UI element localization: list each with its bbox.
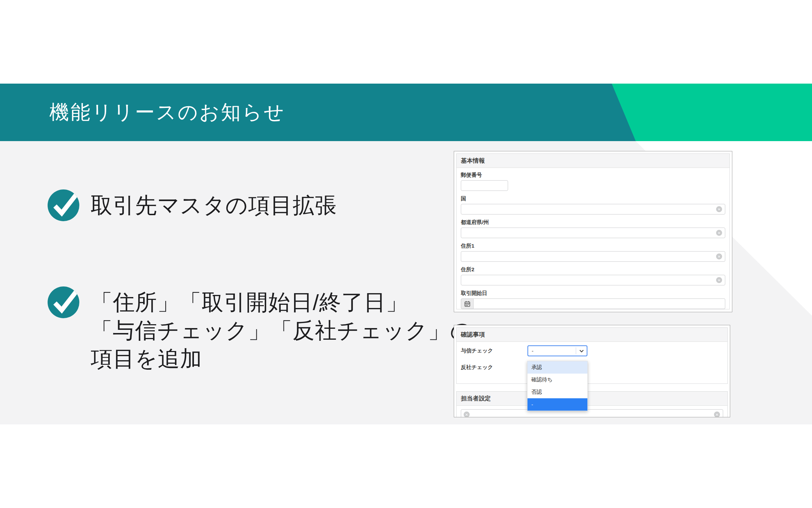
field-label: 住所1 xyxy=(461,242,725,249)
country-input[interactable]: ✕ xyxy=(461,204,725,214)
screenshot-basic-info: 基本情報 郵便番号 国 ✕ 都道府県/州 ✕ xyxy=(454,151,732,312)
screenshot-confirmation: 確認事項 与信チェック - 反社チェック xyxy=(454,325,730,417)
dropdown-option-pending[interactable]: 確認待ち xyxy=(527,374,587,386)
dropdown-option-none[interactable]: - xyxy=(527,398,587,411)
calendar-icon xyxy=(464,301,470,307)
credit-check-select[interactable]: - xyxy=(527,345,587,356)
date-input-group xyxy=(461,298,725,309)
prefecture-input[interactable]: ✕ xyxy=(461,228,725,238)
chevron-down-icon xyxy=(579,350,584,352)
basic-info-section: 基本情報 郵便番号 国 ✕ 都道府県/州 ✕ xyxy=(456,153,730,309)
dropdown-option-approved[interactable]: 承認 xyxy=(527,361,587,374)
select-divider xyxy=(576,347,576,354)
field-address1: 住所1 ✕ xyxy=(461,242,725,262)
clear-icon[interactable]: ✕ xyxy=(716,254,722,260)
check-circle-icon xyxy=(48,286,79,320)
select-value: - xyxy=(528,348,533,354)
clear-icon[interactable]: ✕ xyxy=(714,412,720,418)
field-label: 取引開始日 xyxy=(461,290,725,297)
basic-info-body: 郵便番号 国 ✕ 都道府県/州 ✕ 住所1 xyxy=(457,168,729,309)
section-title: 基本情報 xyxy=(457,154,729,168)
credit-check-dropdown: 承認 確認待ち 否認 - xyxy=(527,361,588,411)
check-circle-icon xyxy=(48,189,79,223)
person-input[interactable]: ✕ ✕ xyxy=(461,409,723,417)
bullet-line: 「与信チェック」「反社チェック」の xyxy=(91,316,473,345)
field-label: 郵便番号 xyxy=(461,171,725,179)
green-diagonal xyxy=(612,84,812,141)
bullet-line: 「住所」「取引開始日/終了日」 xyxy=(91,288,473,316)
bullet-line: 項目を追加 xyxy=(91,345,473,373)
dropdown-option-denied[interactable]: 否認 xyxy=(527,386,587,398)
person-body: ✕ ✕ xyxy=(457,406,727,417)
field-label: 国 xyxy=(461,195,725,202)
field-prefecture: 都道府県/州 ✕ xyxy=(461,219,725,238)
row-credit-check: 与信チェック - xyxy=(461,345,723,356)
field-address2: 住所2 ✕ xyxy=(461,266,725,285)
bullet-item-master-expansion: 取引先マスタの項目拡張 xyxy=(91,189,337,221)
field-trade-start-date: 取引開始日 xyxy=(461,290,725,309)
address2-input[interactable]: ✕ xyxy=(461,275,725,285)
section-title: 確認事項 xyxy=(457,328,727,342)
confirmation-body: 与信チェック - 反社チェック xyxy=(457,342,727,371)
slide: 機能リリースのお知らせ 取引先マスタの項目拡張 「住所」「取引開始日/終了日」 … xyxy=(0,0,812,508)
field-postal-code: 郵便番号 xyxy=(461,171,725,191)
address1-input[interactable]: ✕ xyxy=(461,251,725,262)
bullet-item-added-fields: 「住所」「取引開始日/終了日」 「与信チェック」「反社チェック」の 項目を追加 xyxy=(91,288,473,373)
clear-icon[interactable]: ✕ xyxy=(464,412,470,418)
calendar-button[interactable] xyxy=(461,298,474,309)
clear-icon[interactable]: ✕ xyxy=(716,230,722,236)
field-label: 住所2 xyxy=(461,266,725,273)
section-title: 担当者設定 xyxy=(457,392,727,406)
trade-start-date-input[interactable] xyxy=(474,298,725,309)
clear-icon[interactable]: ✕ xyxy=(716,206,722,212)
person-section: 担当者設定 ✕ ✕ xyxy=(456,391,728,417)
confirmation-section: 確認事項 与信チェック - 反社チェック xyxy=(456,327,728,384)
field-label: 与信チェック xyxy=(461,345,527,354)
title-banner: 機能リリースのお知らせ xyxy=(0,84,812,141)
postal-code-input[interactable] xyxy=(461,180,508,191)
banner-accent-shape xyxy=(612,84,812,143)
row-antisocial-check: 反社チェック xyxy=(461,362,723,371)
field-label: 反社チェック xyxy=(461,362,527,371)
page-title: 機能リリースのお知らせ xyxy=(49,84,285,141)
field-country: 国 ✕ xyxy=(461,195,725,214)
clear-icon[interactable]: ✕ xyxy=(716,277,722,283)
field-label: 都道府県/州 xyxy=(461,219,725,226)
